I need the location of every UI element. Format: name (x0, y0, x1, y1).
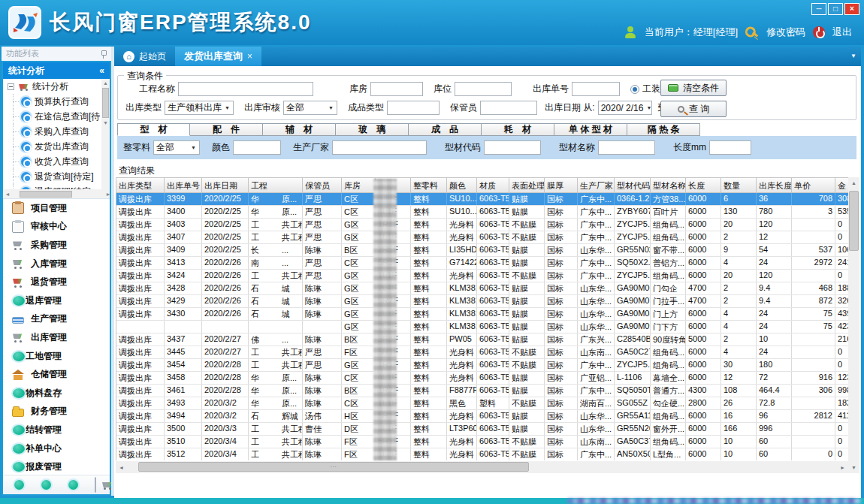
table-row[interactable]: 调拨出库34372020/2/27佛...陈琳B区3R8F整料PW056063-… (116, 333, 848, 346)
material-tab-耗材[interactable]: 耗 材 (482, 123, 554, 136)
table-row[interactable]: 调拨出库35122020/3/4工共工程陈琳F区1L2F整料光身料6063-T5… (116, 448, 848, 460)
scrollbar-thumb[interactable] (20, 191, 72, 198)
material-tab-隔热条[interactable]: 隔 热 条 (627, 123, 700, 136)
table-row[interactable]: 调拨出库35002020/3/3工共工程曹佳D区3L1F整料LT3P606063… (116, 423, 848, 436)
keeper-input[interactable] (480, 101, 537, 115)
column-header-金[interactable]: 金 (835, 178, 848, 192)
material-tab-玻璃[interactable]: 玻 璃 (336, 123, 409, 136)
tree-item-退货查询[待定][interactable]: 退货查询[待定] (3, 169, 110, 184)
collapse-icon[interactable]: « (99, 62, 104, 79)
scroll-right-icon[interactable]: ► (837, 465, 848, 470)
sidebar-item-仓储管理[interactable]: 仓储管理 (3, 365, 110, 384)
manufacturer-input[interactable] (332, 140, 427, 155)
column-header-材质[interactable]: 材质 (477, 178, 509, 192)
module-dot-icon[interactable] (68, 480, 78, 490)
minimize-button[interactable]: ─ (811, 3, 826, 15)
scroll-up-icon[interactable]: ▲ (851, 177, 856, 189)
tree-item-在途信息查询[待[interactable]: 在途信息查询[待 (3, 109, 110, 124)
scroll-right-icon[interactable]: ► (104, 192, 110, 197)
column-header-库房[interactable]: 库房 (342, 178, 376, 192)
table-row[interactable]: 调拨出库35102020/3/4工共工程陈琳F区5R1F整料光身料6063-T5… (116, 436, 848, 448)
project-name-input[interactable] (178, 82, 313, 96)
module-dot-icon[interactable] (41, 480, 51, 490)
tree-vertical-scrollbar[interactable]: ▲ ▼ (101, 79, 110, 190)
tab-起始页[interactable]: ⌂起始页 (114, 47, 175, 66)
sidebar-item-采购管理[interactable]: 采购管理 (3, 236, 110, 255)
location-input[interactable] (455, 82, 512, 96)
table-row[interactable]: 调拨出库34072020/2/25工共工程严思G区1L1F整料光身料6063-T… (116, 231, 848, 244)
column-header-膜厚[interactable]: 膜厚 (545, 178, 578, 192)
search-button[interactable]: 查 询 (660, 101, 727, 117)
module-dot-icon[interactable] (14, 480, 24, 490)
pin-icon[interactable] (100, 50, 107, 59)
sidebar-item-生产管理[interactable]: 生产管理 (3, 310, 110, 329)
table-row[interactable]: 调拨出库34132020/2/26南...严思C区5R3F整料G71422606… (116, 257, 848, 270)
date-from-picker[interactable]: 2020/ 2/16 ▼ (598, 101, 652, 115)
radio-gongzhuang-label[interactable]: 工装 (642, 83, 660, 95)
tree-root-node[interactable]: 统计分析 (3, 79, 110, 94)
scroll-down-icon[interactable]: ▼ (103, 120, 108, 125)
scroll-up-icon[interactable]: ▲ (103, 80, 108, 86)
table-row[interactable]: 调拨出库34452020/2/27工共工程严思F区5R1F整料光身料6063-T… (116, 346, 848, 359)
maximize-button[interactable]: □ (828, 3, 843, 15)
column-header-整零料[interactable]: 整零料 (411, 178, 447, 192)
scroll-down-icon[interactable]: ▼ (851, 462, 856, 473)
table-horizontal-scrollbar[interactable]: ◄ ⋯ ► (116, 461, 848, 473)
material-tab-成品[interactable]: 成 品 (409, 123, 482, 136)
sidebar-item-退库管理[interactable]: 退库管理 (3, 291, 110, 310)
sidebar-item-结转管理[interactable]: 结转管理 (3, 421, 110, 439)
column-header-出库长度[interactable]: 出库长度 (757, 178, 792, 192)
table-row[interactable]: 调拨出库34002020/2/25华原...严思C区4L1F整料SU10...6… (116, 206, 848, 219)
sidebar-item-审核中心[interactable]: 审核中心 (3, 218, 110, 237)
column-header-出库类型[interactable]: 出库类型 (116, 178, 165, 192)
logout-link[interactable]: 退出 (832, 26, 852, 39)
material-tab-单体型材[interactable]: 单 体 型 材 (554, 123, 627, 136)
column-header-型材代码[interactable]: 型材代码 (615, 178, 651, 192)
scroll-left-icon[interactable]: ◄ (116, 465, 127, 470)
tree-horizontal-scrollbar[interactable]: ◄ ► (3, 189, 110, 198)
table-row[interactable]: 调拨出库34302020/2/26石城陈琳G区3L3F整料KLM38176063… (116, 308, 848, 321)
table-row[interactable]: 调拨出库34032020/2/25工共工程严思G区1R1F整料光身料6063-T… (116, 219, 848, 231)
sidebar-item-项目管理[interactable]: 项目管理 (3, 199, 110, 218)
warehouse-input[interactable] (370, 82, 423, 96)
tab-list-dropdown-icon[interactable]: ▼ (850, 53, 856, 59)
product-type-input[interactable] (387, 101, 440, 115)
column-header-出库日期[interactable]: 出库日期 (202, 178, 249, 192)
audit-select[interactable]: 全部 ▼ (283, 101, 337, 115)
sidebar-item-入库管理[interactable]: 入库管理 (3, 255, 110, 273)
material-tab-型材[interactable]: 型 材 (117, 123, 190, 136)
sidebar-item-补单中心[interactable]: 补单中心 (3, 439, 110, 458)
material-tab-辅材[interactable]: 辅 材 (263, 123, 336, 136)
tree-item-发货出库查询[interactable]: 发货出库查询 (3, 139, 110, 154)
tree-item-预算执行查询[interactable]: 预算执行查询 (3, 94, 110, 109)
cart-toolbar-button[interactable] (95, 477, 96, 493)
table-row[interactable]: G区3L3F整料KLM38176063-T5贴膜国标山东华...GA90M09.… (116, 321, 848, 333)
column-header-长度[interactable]: 长度 (686, 178, 721, 192)
sidebar-item-工地管理[interactable]: 工地管理 (3, 347, 110, 366)
change-password-link[interactable]: 修改密码 (766, 26, 805, 39)
scrollbar-thumb[interactable]: ⋯ (138, 462, 529, 472)
table-row[interactable]: 调拨出库34932020/3/2华原...陈琳C区1L1F整料黑色塑料不贴膜国标… (116, 397, 848, 410)
tab-发货出库查询[interactable]: 发货出库查询× (175, 47, 261, 66)
table-row[interactable]: 调拨出库34942020/3/2石辉城汤伟H区5R1F整料光身料6063-T5贴… (116, 410, 848, 423)
table-row[interactable]: 调拨出库34292020/2/26石城陈琳G区5R2F整料KLM38176063… (116, 295, 848, 308)
table-row[interactable]: 调拨出库34092020/2/25长...陈琳B区2R5F整料LI35HD606… (116, 244, 848, 257)
sidebar-item-物料盘存[interactable]: 物料盘存 (3, 384, 110, 403)
order-no-input[interactable] (572, 82, 620, 96)
outbound-type-select[interactable]: 生产领料出库 ▼ (165, 101, 234, 115)
column-header-保管员[interactable]: 保管员 (303, 178, 342, 192)
sidebar-item-出库管理[interactable]: 出库管理 (3, 328, 110, 347)
close-button[interactable]: × (844, 3, 859, 15)
scrollbar-thumb[interactable] (849, 191, 859, 251)
clear-conditions-button[interactable]: 清空条件 (660, 80, 727, 96)
table-row[interactable]: 调拨出库34282020/2/26石城陈琳G区2L4F整料KLM38176063… (116, 282, 848, 295)
close-tab-icon[interactable]: × (247, 51, 252, 62)
sidebar-item-财务管理[interactable]: 财务管理 (3, 403, 110, 421)
profile-code-input[interactable] (484, 140, 541, 155)
length-input[interactable] (709, 140, 751, 155)
profile-name-input[interactable] (598, 140, 655, 155)
column-header-颜色[interactable]: 颜色 (447, 178, 477, 192)
scroll-left-icon[interactable]: ◄ (3, 192, 12, 197)
table-row[interactable]: 调拨出库34612020/2/28华原...陈琳B区1R2F整料F8877FT6… (116, 385, 848, 397)
tree-item-收货入库查询[interactable]: 收货入库查询 (3, 154, 110, 169)
